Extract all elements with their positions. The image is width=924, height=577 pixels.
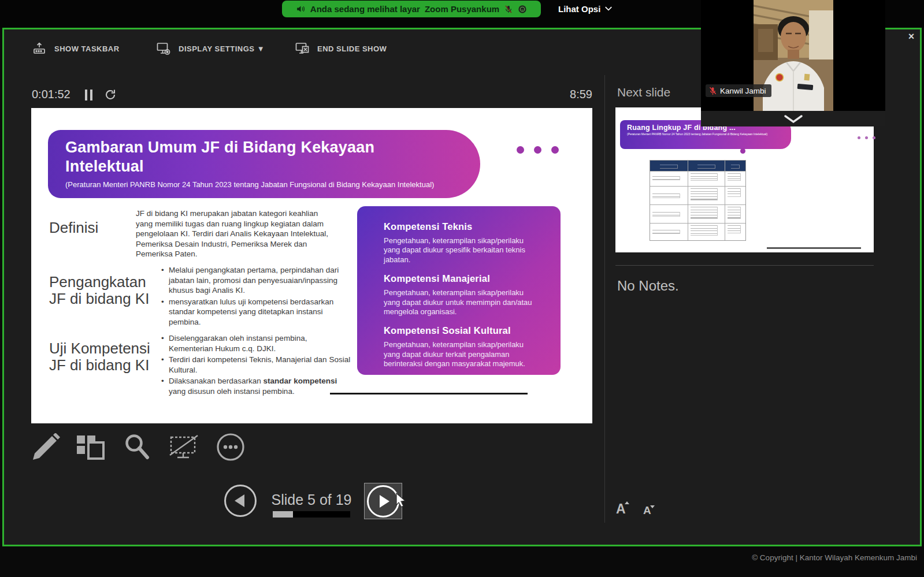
end-slide-show-button[interactable]: END SLIDE SHOW bbox=[295, 41, 387, 56]
black-screen-button[interactable] bbox=[169, 434, 199, 463]
bullet-item: Melalui pengangkatan pertama, perpindaha… bbox=[161, 265, 347, 296]
share-screen-name: Zoom Pusyankum bbox=[425, 4, 499, 14]
next-arrow-icon bbox=[380, 495, 389, 508]
thumbnail-decorative-dots bbox=[858, 136, 875, 139]
current-slide-canvas[interactable]: Gambaran Umum JF di Bidang Kekayaan Inte… bbox=[31, 108, 592, 423]
thumbnail-dot bbox=[740, 148, 745, 154]
slide-thumbnails-button[interactable] bbox=[76, 435, 105, 463]
competency-heading: Kompetensi Teknis bbox=[384, 221, 541, 232]
thumbnail-table bbox=[650, 160, 746, 241]
slide-title: Gambaran Umum JF di Bidang Kekayaan Inte… bbox=[65, 138, 412, 176]
previous-arrow-icon bbox=[235, 494, 244, 507]
pen-icon bbox=[31, 433, 61, 461]
chevron-down-icon bbox=[784, 115, 803, 123]
close-icon[interactable]: × bbox=[905, 30, 918, 43]
section-label-uji-kompetensi: Uji Kompetensi JF di bidang KI bbox=[49, 340, 159, 374]
collapse-video-button[interactable] bbox=[701, 111, 885, 126]
next-slide-heading: Next slide bbox=[617, 85, 670, 99]
notes-text: No Notes. bbox=[617, 278, 679, 294]
uji-kompetensi-bullet-list: Diselenggarakan oleh instansi pembina, K… bbox=[161, 333, 352, 398]
slide-counter: Slide 5 of 19 bbox=[254, 492, 369, 508]
show-taskbar-label: SHOW TASKBAR bbox=[54, 44, 120, 53]
competency-heading: Kompetensi Sosial Kultural bbox=[384, 325, 541, 336]
section-body-definisi: JF di bidang KI merupakan jabatan katego… bbox=[136, 209, 331, 259]
triangle-up-icon bbox=[625, 501, 629, 504]
bullet-item: mensyaratkan lulus uji kompetensi berdas… bbox=[161, 297, 347, 327]
mouse-cursor bbox=[394, 493, 408, 508]
copyright-text: © Copyright | Kantor Wilayah Kemenkum Ja… bbox=[752, 553, 917, 562]
display-settings-icon bbox=[156, 41, 171, 56]
view-options-label: Lihat Opsi bbox=[558, 4, 600, 14]
pause-timer-button[interactable] bbox=[85, 90, 93, 100]
participant-name: Kanwil Jambi bbox=[720, 87, 766, 95]
decrease-font-button[interactable]: A bbox=[643, 504, 651, 517]
bullet-item: Terdiri dari kompetensi Teknis, Manajeri… bbox=[161, 355, 352, 375]
magnifier-icon bbox=[123, 433, 151, 461]
section-label-definisi: Definisi bbox=[49, 219, 98, 236]
bullet-item: Dilaksanakan berdasarkan standar kompete… bbox=[161, 376, 352, 396]
thumbnail-underline bbox=[767, 247, 861, 249]
competency-body: Pengetahuan, keterampilan sikap/perilaku… bbox=[384, 288, 541, 317]
zoom-slide-button[interactable] bbox=[123, 433, 151, 463]
speaker-icon bbox=[296, 4, 306, 14]
view-options-button[interactable]: Lihat Opsi bbox=[550, 0, 621, 17]
participant-video: Kanwil Jambi bbox=[701, 0, 885, 111]
share-banner-message: Anda sedang melihat layar bbox=[310, 4, 420, 14]
show-taskbar-button[interactable]: SHOW TASKBAR bbox=[32, 41, 120, 56]
notes-divider bbox=[615, 265, 874, 266]
decorative-underline bbox=[330, 393, 528, 394]
footer-bar: © Copyright | Kantor Wilayah Kemenkum Ja… bbox=[0, 546, 924, 577]
participant-name-tag: Kanwil Jambi bbox=[706, 84, 771, 97]
screen-share-banner: Anda sedang melihat layar Zoom Pusyankum bbox=[282, 1, 541, 17]
pengangkatan-bullet-list: Melalui pengangkatan pertama, perpindaha… bbox=[161, 265, 347, 329]
zoom-meeting-screen: Anda sedang melihat layar Zoom Pusyankum… bbox=[0, 0, 924, 577]
competency-body: Pengetahuan, keterampilan sikap/perilaku… bbox=[384, 340, 541, 368]
competency-heading: Kompetensi Manajerial bbox=[384, 273, 541, 284]
slide-title-banner: Gambaran Umum JF di Bidang Kekayaan Inte… bbox=[48, 130, 480, 198]
increase-font-button[interactable]: A bbox=[616, 501, 626, 517]
pen-tool-button[interactable] bbox=[31, 433, 61, 463]
end-slide-show-icon bbox=[295, 41, 310, 56]
thumbnails-grid-icon bbox=[76, 435, 105, 460]
display-settings-button[interactable]: DISPLAY SETTINGS ▼ bbox=[156, 41, 265, 56]
competency-body: Pengetahuan, keterampilan sikap/perilaku… bbox=[384, 236, 541, 265]
triangle-down-icon bbox=[650, 505, 655, 508]
section-label-pengangkatan: Pengangkatan JF di bidang KI bbox=[49, 274, 159, 307]
chevron-down-icon bbox=[604, 6, 613, 12]
elapsed-timer: 0:01:52 bbox=[32, 88, 70, 101]
mic-muted-icon bbox=[504, 5, 513, 14]
restart-timer-button[interactable] bbox=[105, 89, 116, 103]
decorative-dots bbox=[517, 146, 559, 154]
reaction-emoji-icon bbox=[518, 5, 527, 14]
display-settings-label: DISPLAY SETTINGS ▼ bbox=[179, 44, 265, 53]
panel-divider bbox=[604, 75, 605, 523]
next-slide-thumbnail[interactable]: Ruang Lingkup JF di bidang ... (Peratura… bbox=[615, 107, 874, 252]
restart-icon bbox=[105, 89, 116, 100]
bullet-item: Diselenggarakan oleh instansi pembina, K… bbox=[161, 333, 352, 353]
taskbar-icon bbox=[32, 41, 47, 56]
participant-video-window[interactable]: Kanwil Jambi bbox=[701, 0, 885, 126]
thumbnail-subtitle: (Peraturan Menteri PANRB Nomor 24 Tahun … bbox=[627, 133, 784, 136]
ellipsis-icon bbox=[216, 433, 245, 461]
slide-subtitle: (Peraturan Menteri PANRB Nomor 24 Tahun … bbox=[65, 180, 438, 189]
black-screen-icon bbox=[169, 434, 199, 461]
previous-slide-button[interactable] bbox=[224, 485, 257, 517]
mic-muted-icon bbox=[708, 87, 717, 95]
slide-progress-bar bbox=[273, 511, 350, 518]
competency-box: Kompetensi Teknis Pengetahuan, keterampi… bbox=[357, 206, 561, 375]
more-options-button[interactable] bbox=[216, 433, 245, 464]
clock-time: 8:59 bbox=[520, 88, 592, 101]
end-slide-show-label: END SLIDE SHOW bbox=[317, 44, 387, 53]
